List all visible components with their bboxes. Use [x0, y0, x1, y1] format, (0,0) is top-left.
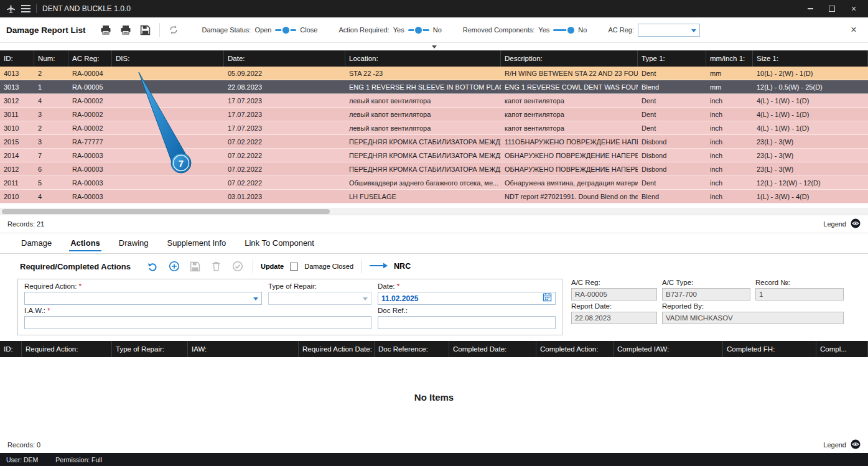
table-row[interactable]: 30124RA-0000217.07.2023левый капот венти… — [0, 94, 868, 108]
update-button[interactable]: Update — [261, 263, 284, 270]
grid-gap — [0, 203, 868, 208]
ac-reg-select[interactable] — [638, 24, 700, 37]
date-input[interactable]: 11.02.2025 — [378, 292, 556, 305]
column-header[interactable]: Required Action Date: — [299, 341, 375, 357]
column-header[interactable]: IAW: — [188, 341, 299, 357]
undo-button[interactable] — [146, 259, 161, 274]
damage-status-toggle[interactable] — [275, 26, 296, 34]
column-header[interactable]: Completed Action: — [536, 341, 614, 357]
add-button[interactable] — [167, 259, 182, 274]
cell: 4 — [34, 97, 68, 105]
tab-supplement-info[interactable]: Supplement Info — [166, 238, 228, 250]
legend-button[interactable]: Legend — [823, 218, 861, 230]
table-row[interactable]: 20153RA-7777707.02.2022ПЕРЕДНЯЯ КРОМКА С… — [0, 135, 868, 149]
confirm-button[interactable] — [230, 259, 245, 274]
table-row[interactable]: 30102RA-0000217.07.2023левый капот венти… — [0, 121, 868, 135]
print-button[interactable] — [98, 22, 113, 37]
cell: 17.07.2023 — [224, 97, 345, 105]
table-row[interactable]: 40132RA-0000405.09.2022STA 22 -23R/H WIN… — [0, 67, 868, 80]
column-header[interactable]: Date: — [224, 50, 345, 67]
delete-button[interactable] — [209, 259, 224, 274]
cell: 2015 — [0, 138, 34, 146]
toggle-knob — [282, 27, 289, 34]
column-header[interactable]: Required Action: — [22, 341, 112, 357]
cell: 05.09.2022 — [224, 70, 345, 77]
column-header[interactable]: Completed Date: — [449, 341, 536, 357]
legend-button[interactable]: Legend — [823, 439, 861, 450]
grid-splitter[interactable] — [0, 43, 868, 50]
column-header[interactable]: Location: — [345, 50, 501, 67]
column-header[interactable]: mm/inch 1: — [706, 50, 753, 67]
cell: RA-00002 — [68, 124, 112, 132]
chevron-down-icon — [253, 297, 258, 301]
cell: 4(L) - 1(W) - 1(D) — [753, 111, 868, 118]
column-header[interactable]: Compl... — [816, 341, 868, 357]
cell: inch — [706, 193, 753, 200]
required-action-label: Required Action: * — [24, 282, 262, 290]
maximize-button[interactable] — [824, 0, 840, 17]
cell: 12(L) - 12(W) - 12(D) — [753, 179, 868, 187]
tab-drawing[interactable]: Drawing — [118, 238, 150, 250]
cell: RA-00003 — [68, 179, 112, 187]
tab-damage[interactable]: Damage — [20, 238, 53, 250]
menu-icon[interactable] — [21, 5, 30, 12]
h-scrollbar[interactable] — [0, 208, 868, 215]
cell: RA-00003 — [68, 193, 112, 200]
save-report-button[interactable] — [138, 22, 153, 37]
refresh-button[interactable] — [166, 22, 181, 37]
column-header[interactable]: Description: — [501, 50, 638, 67]
table-row[interactable]: 30113RA-0000217.07.2023левый капот венти… — [0, 108, 868, 121]
cell: 23(L) - 3(W) — [753, 165, 868, 173]
table-row[interactable]: 20104RA-0000303.01.2023LH FUSELAGENDT re… — [0, 190, 868, 203]
iaw-label: I.A.W.: * — [24, 307, 371, 314]
nrc-button[interactable]: NRC — [394, 262, 411, 271]
close-button[interactable]: × — [846, 0, 862, 17]
removed-components-toggle[interactable] — [553, 26, 574, 34]
editable-fields-box: Required Action: * Type of Repair: Date:… — [17, 279, 562, 335]
tab-actions[interactable]: Actions — [69, 238, 101, 251]
titlebar-separator — [36, 4, 37, 13]
column-header[interactable]: ID: — [0, 50, 34, 67]
column-header[interactable]: Type 1: — [638, 50, 706, 67]
h-scrollbar-thumb[interactable] — [2, 209, 330, 214]
action-required-toggle[interactable] — [408, 26, 429, 34]
statusbar-user: User: DEM — [6, 456, 38, 464]
column-header[interactable]: AC Reg: — [68, 50, 112, 67]
panel-close-button[interactable]: × — [846, 24, 862, 35]
column-header[interactable]: Size 1: — [753, 50, 868, 67]
doc-ref-input[interactable] — [378, 316, 556, 329]
required-action-select[interactable] — [24, 292, 262, 305]
damage-status-close-label: Close — [300, 26, 317, 34]
legend-label: Legend — [823, 441, 846, 449]
damage-grid-header: ID:Num:AC Reg:DIS:Date:Location:Descript… — [0, 50, 868, 67]
cell: inch — [706, 124, 753, 132]
print-preview-button[interactable] — [118, 22, 133, 37]
column-header[interactable]: Doc Reference: — [375, 341, 449, 357]
cell: ОБНАРУЖЕНО ПОВРЕЖДЕНИЕ НАПЕРЕЖНЕЙ... — [501, 165, 638, 173]
table-row[interactable]: 20115RA-0000307.02.2022Обшивкадвери задн… — [0, 176, 868, 190]
column-header[interactable]: Completed IAW: — [614, 341, 723, 357]
column-header[interactable]: Completed FH: — [723, 341, 816, 357]
column-header[interactable]: Num: — [34, 50, 68, 67]
cell: 17.07.2023 — [224, 111, 345, 118]
ac-reg-field-label: A/C Reg: — [571, 279, 657, 286]
type-of-repair-select[interactable] — [268, 292, 371, 305]
cell: 17.07.2023 — [224, 124, 345, 132]
column-header[interactable]: ID: — [0, 341, 22, 357]
cell: RA-00002 — [68, 111, 112, 118]
calendar-icon[interactable] — [543, 292, 552, 304]
tab-link-to-component[interactable]: Link To Component — [243, 238, 315, 250]
damage-closed-checkbox[interactable] — [290, 263, 298, 271]
cell: 3010 — [0, 124, 34, 132]
table-row[interactable]: 30131RA-0000522.08.2023ENG 1 REVERSE RH … — [0, 80, 868, 94]
table-row[interactable]: 20147RA-0000307.02.2022ПЕРЕДНЯЯ КРОМКА С… — [0, 149, 868, 162]
table-row[interactable]: 20126RA-0000307.02.2022ПЕРЕДНЯЯ КРОМКА С… — [0, 162, 868, 176]
column-header[interactable]: DIS: — [112, 50, 224, 67]
records-count: Records: 0 — [7, 441, 40, 449]
save-action-button[interactable] — [188, 259, 203, 274]
iaw-input[interactable] — [24, 316, 371, 329]
column-header[interactable]: Type of Repair: — [112, 341, 188, 357]
cell: ПЕРЕДНЯЯ КРОМКА СТАБИЛИЗАТОРА МЕЖДУ... — [345, 165, 501, 173]
minimize-button[interactable] — [802, 0, 818, 17]
cell: LH FUSELAGE — [345, 193, 501, 200]
